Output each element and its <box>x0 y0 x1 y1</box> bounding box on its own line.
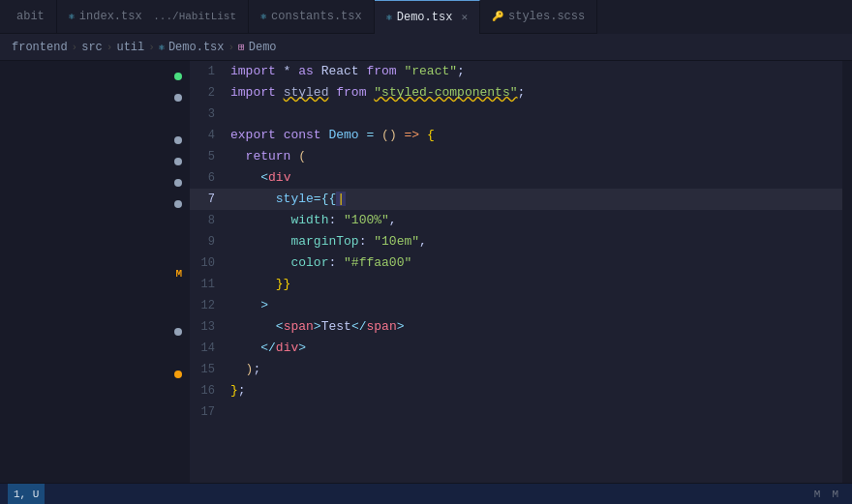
tab-styles-scss[interactable]: 🔑 styles.scss <box>480 0 597 34</box>
code-line-10: 10 color: "#ffaa00" <box>190 252 842 274</box>
tab-constants-icon: ⚛ <box>260 11 266 22</box>
line-number-5: 5 <box>190 146 230 167</box>
line-number-7: 7 <box>190 189 230 210</box>
code-line-11: 11 }} <box>190 274 842 295</box>
status-position-label: 1, U <box>14 489 39 500</box>
gutter-line-13 <box>174 327 182 348</box>
code-line-8: 8 width: "100%", <box>190 210 842 231</box>
gutter-m-10: M <box>175 268 182 280</box>
tab-demo-close[interactable]: ✕ <box>461 11 468 23</box>
code-line-14: 14 </div> <box>190 338 842 359</box>
gutter-dot-2 <box>174 94 182 102</box>
line-content-1: import * as React from "react"; <box>230 61 842 82</box>
tab-index-icon: ⚛ <box>69 11 75 22</box>
code-line-13: 13 <span>Test</span> <box>190 316 842 338</box>
line-number-1: 1 <box>190 61 230 82</box>
line-number-9: 9 <box>190 231 230 252</box>
line-content-2: import styled from "styled-components"; <box>230 82 842 104</box>
gutter-line-10: M <box>175 263 182 284</box>
breadcrumb-sep-1: › <box>72 42 78 53</box>
code-line-15: 15 ); <box>190 359 842 380</box>
line-number-16: 16 <box>190 380 230 401</box>
tab-styles-label: styles.scss <box>508 10 585 23</box>
code-line-2: 2 import styled from "styled-components"… <box>190 82 842 104</box>
tab-habit[interactable]: abit <box>0 0 57 34</box>
gutter-line-1 <box>174 72 182 93</box>
gutter-line-2 <box>174 93 182 114</box>
breadcrumb-demo-icon: ⚛ <box>159 42 165 53</box>
line-number-15: 15 <box>190 359 230 380</box>
tab-demo-label: Demo.tsx <box>397 11 453 24</box>
line-number-2: 2 <box>190 82 230 104</box>
sidebar-gutter: M <box>0 61 190 483</box>
status-position: 1, U <box>8 484 45 504</box>
tab-index-sublabel: .../HabitList <box>147 11 236 22</box>
line-number-13: 13 <box>190 316 230 338</box>
line-content-14: </div> <box>230 338 842 359</box>
status-m-2-label: M <box>832 489 838 500</box>
line-content-6: <div <box>230 167 842 189</box>
tab-constants-label: constants.tsx <box>271 10 362 23</box>
line-content-11: }} <box>230 274 842 295</box>
gutter-dot-6 <box>174 179 182 187</box>
line-content-12: > <box>230 295 842 316</box>
line-content-8: width: "100%", <box>230 210 842 231</box>
tab-habit-label: abit <box>16 10 45 23</box>
line-number-12: 12 <box>190 295 230 316</box>
code-editor[interactable]: 1 import * as React from "react"; 2 impo… <box>190 61 842 483</box>
gutter-line-6 <box>174 178 182 199</box>
gutter-dot-13 <box>174 328 182 336</box>
line-content-15: ); <box>230 359 842 380</box>
scrollbar-track[interactable] <box>842 61 852 483</box>
tab-demo-tsx[interactable]: ⚛ Demo.tsx ✕ <box>375 0 480 34</box>
breadcrumb-sep-2: › <box>106 42 113 53</box>
gutter-dot-7 <box>174 200 182 208</box>
gutter-line-7 <box>174 199 182 221</box>
line-number-4: 4 <box>190 125 230 146</box>
tab-spacer <box>597 0 852 34</box>
line-content-9: marginTop: "10em", <box>230 231 842 252</box>
tab-constants-tsx[interactable]: ⚛ constants.tsx <box>249 0 375 34</box>
line-number-6: 6 <box>190 167 230 189</box>
tab-styles-icon: 🔑 <box>492 11 503 22</box>
breadcrumb-src[interactable]: src <box>81 41 103 54</box>
breadcrumb-comp-icon: ⊞ <box>238 41 245 53</box>
tab-bar: abit ⚛ index.tsx .../HabitList ⚛ constan… <box>0 0 852 34</box>
code-line-4: 4 export const Demo = () => { <box>190 125 842 146</box>
breadcrumb-demo-comp[interactable]: Demo <box>249 41 277 54</box>
editor-area: M 1 import * <box>0 61 852 483</box>
code-line-16: 16 }; <box>190 380 842 401</box>
line-number-10: 10 <box>190 252 230 274</box>
code-line-6: 6 <div <box>190 167 842 189</box>
line-content-16: }; <box>230 380 842 401</box>
line-number-3: 3 <box>190 104 230 125</box>
gutter-indicators: M <box>174 69 182 433</box>
line-number-17: 17 <box>190 401 230 423</box>
tab-index-label: index.tsx <box>79 10 142 23</box>
line-content-5: return ( <box>230 146 842 167</box>
gutter-line-4 <box>174 135 182 157</box>
code-line-1: 1 import * as React from "react"; <box>190 61 842 82</box>
gutter-line-15 <box>174 370 182 391</box>
gutter-dot-15 <box>174 371 182 378</box>
gutter-dot-4 <box>174 136 182 144</box>
code-line-3: 3 <box>190 104 842 125</box>
line-content-13: <span>Test</span> <box>230 316 842 338</box>
gutter-line-5 <box>174 157 182 178</box>
tab-index-tsx[interactable]: ⚛ index.tsx .../HabitList <box>57 0 249 34</box>
code-content: 1 import * as React from "react"; 2 impo… <box>190 61 842 423</box>
status-m-1-label: M <box>814 489 821 500</box>
line-number-8: 8 <box>190 210 230 231</box>
breadcrumb-sep-3: › <box>148 42 155 53</box>
gutter-dot-5 <box>174 158 182 165</box>
code-line-5: 5 return ( <box>190 146 842 167</box>
code-line-9: 9 marginTop: "10em", <box>190 231 842 252</box>
breadcrumb-demo-file[interactable]: Demo.tsx <box>168 41 225 54</box>
status-m-2: M <box>826 484 844 504</box>
line-number-14: 14 <box>190 338 230 359</box>
breadcrumb-util[interactable]: util <box>116 41 144 54</box>
line-content-7: style={{| <box>230 189 842 210</box>
code-line-17: 17 <box>190 401 842 423</box>
breadcrumb: frontend › src › util › ⚛ Demo.tsx › ⊞ D… <box>0 34 852 61</box>
breadcrumb-frontend[interactable]: frontend <box>12 41 68 54</box>
